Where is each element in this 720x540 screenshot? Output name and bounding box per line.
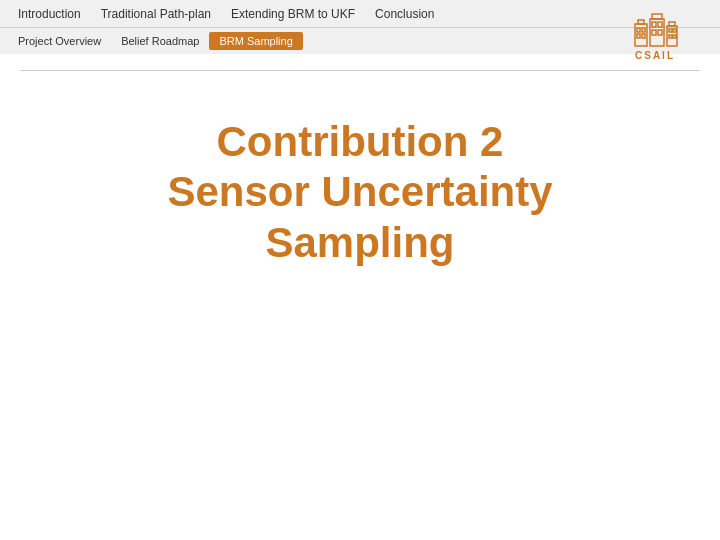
nav-item-extending-brm[interactable]: Extending BRM to UKF (221, 3, 365, 25)
svg-rect-13 (669, 22, 675, 26)
nav-item-conclusion[interactable]: Conclusion (365, 3, 444, 25)
svg-rect-15 (673, 29, 676, 32)
svg-rect-8 (652, 22, 656, 27)
nav-item-traditional-path-plan[interactable]: Traditional Path-plan (91, 3, 221, 25)
contribution-title: Contribution 2 Sensor Uncertainty Sampli… (80, 117, 640, 268)
svg-rect-11 (658, 30, 662, 35)
svg-rect-1 (638, 20, 644, 24)
nav-item-introduction[interactable]: Introduction (8, 3, 91, 25)
svg-rect-10 (652, 30, 656, 35)
svg-rect-16 (669, 35, 672, 38)
title-line-1: Contribution 2 (217, 118, 504, 165)
svg-text:CSAIL: CSAIL (635, 50, 675, 61)
svg-rect-3 (642, 28, 645, 32)
sub-navigation: Project Overview Belief Roadmap BRM Samp… (0, 28, 720, 54)
main-content: Contribution 2 Sensor Uncertainty Sampli… (0, 87, 720, 298)
csail-logo-svg: CSAIL (630, 4, 710, 64)
subnav-item-project-overview[interactable]: Project Overview (8, 32, 111, 50)
svg-rect-4 (637, 34, 640, 38)
svg-rect-14 (669, 29, 672, 32)
svg-rect-17 (673, 35, 676, 38)
title-line-3: Sampling (265, 219, 454, 266)
csail-logo: CSAIL (630, 4, 710, 64)
svg-rect-9 (658, 22, 662, 27)
svg-rect-2 (637, 28, 640, 32)
subnav-item-brm-sampling[interactable]: BRM Sampling (209, 32, 302, 50)
horizontal-divider (20, 70, 700, 71)
svg-rect-7 (652, 14, 662, 19)
subnav-item-belief-roadmap[interactable]: Belief Roadmap (111, 32, 209, 50)
top-navigation: Introduction Traditional Path-plan Exten… (0, 0, 720, 28)
svg-rect-5 (642, 34, 645, 38)
title-line-2: Sensor Uncertainty (167, 168, 552, 215)
